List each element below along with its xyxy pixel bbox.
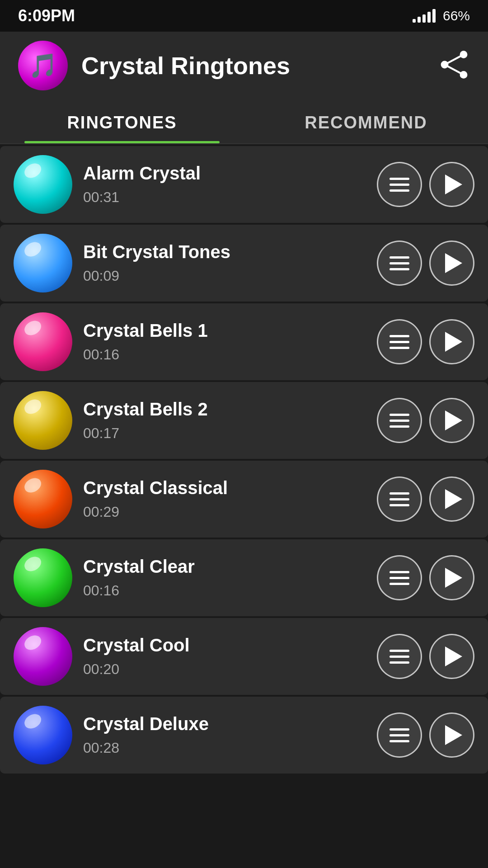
tab-recommend[interactable]: RECOMMEND: [244, 99, 488, 143]
list-item: Crystal Classical 00:29: [0, 461, 488, 538]
ringtone-actions: [377, 555, 474, 600]
ringtone-ball: [14, 706, 72, 764]
list-item: Crystal Bells 1 00:16: [0, 303, 488, 380]
ringtone-ball: [14, 391, 72, 450]
play-button[interactable]: [429, 634, 474, 679]
ringtone-ball: [14, 548, 72, 607]
list-item: Bit Crystal Tones 00:09: [0, 225, 488, 302]
menu-button[interactable]: [377, 241, 422, 286]
share-icon: [438, 49, 470, 80]
menu-button[interactable]: [377, 162, 422, 207]
list-item: Alarm Crystal 00:31: [0, 146, 488, 223]
ringtone-duration: 00:17: [83, 425, 366, 442]
signal-icon: [413, 9, 436, 23]
menu-icon: [389, 178, 409, 192]
ringtone-duration: 00:31: [83, 189, 366, 206]
menu-icon: [389, 414, 409, 428]
play-icon: [445, 175, 462, 194]
ringtone-info: Crystal Clear 00:16: [83, 557, 366, 599]
ringtone-actions: [377, 241, 474, 286]
ringtone-name: Crystal Cool: [83, 635, 366, 656]
menu-icon: [389, 492, 409, 506]
ringtone-name: Crystal Clear: [83, 557, 366, 577]
ringtone-name: Crystal Bells 1: [83, 321, 366, 341]
ringtone-info: Crystal Classical 00:29: [83, 478, 366, 520]
app-title: Crystal Ringtones: [81, 52, 290, 80]
ringtone-duration: 00:16: [83, 582, 366, 599]
ringtone-actions: [377, 162, 474, 207]
play-button[interactable]: [429, 555, 474, 600]
play-icon: [445, 725, 462, 745]
play-button[interactable]: [429, 162, 474, 207]
ringtone-duration: 00:20: [83, 661, 366, 678]
play-button[interactable]: [429, 398, 474, 443]
ringtone-duration: 00:29: [83, 504, 366, 520]
ringtone-name: Alarm Crystal: [83, 163, 366, 184]
play-icon: [445, 489, 462, 509]
app-header-left: 🎵 Crystal Ringtones: [18, 41, 290, 90]
list-item: Crystal Cool 00:20: [0, 618, 488, 695]
ringtone-ball: [14, 234, 72, 292]
menu-icon: [389, 335, 409, 349]
menu-button[interactable]: [377, 634, 422, 679]
menu-button[interactable]: [377, 476, 422, 522]
ringtone-info: Crystal Deluxe 00:28: [83, 714, 366, 756]
play-button[interactable]: [429, 712, 474, 758]
app-logo: 🎵: [18, 41, 68, 90]
ringtone-name: Bit Crystal Tones: [83, 242, 366, 262]
ringtone-duration: 00:09: [83, 268, 366, 284]
ringtone-actions: [377, 476, 474, 522]
play-button[interactable]: [429, 319, 474, 364]
app-header: 🎵 Crystal Ringtones: [0, 32, 488, 99]
play-button[interactable]: [429, 476, 474, 522]
list-item: Crystal Clear 00:16: [0, 539, 488, 616]
play-icon: [445, 646, 462, 666]
play-button[interactable]: [429, 241, 474, 286]
battery-percent: 66%: [443, 8, 470, 24]
menu-icon: [389, 728, 409, 742]
ringtone-name: Crystal Bells 2: [83, 399, 366, 420]
share-button[interactable]: [438, 49, 470, 82]
ringtone-info: Crystal Cool 00:20: [83, 635, 366, 678]
menu-button[interactable]: [377, 398, 422, 443]
svg-point-0: [460, 51, 468, 58]
ringtone-actions: [377, 634, 474, 679]
ringtone-ball: [14, 627, 72, 686]
ringtone-actions: [377, 398, 474, 443]
play-icon: [445, 410, 462, 430]
ringtone-ball: [14, 312, 72, 371]
ringtone-ball: [14, 470, 72, 528]
ringtone-info: Bit Crystal Tones 00:09: [83, 242, 366, 284]
ringtone-duration: 00:28: [83, 740, 366, 756]
ringtone-duration: 00:16: [83, 346, 366, 363]
ringtone-actions: [377, 319, 474, 364]
ringtone-actions: [377, 712, 474, 758]
tab-ringtones[interactable]: RINGTONES: [0, 99, 244, 143]
play-icon: [445, 253, 462, 273]
menu-button[interactable]: [377, 555, 422, 600]
ringtone-info: Alarm Crystal 00:31: [83, 163, 366, 206]
list-item: Crystal Bells 2 00:17: [0, 382, 488, 459]
music-note-icon: 🎵: [28, 52, 58, 80]
play-icon: [445, 332, 462, 352]
ringtone-info: Crystal Bells 1 00:16: [83, 321, 366, 363]
ringtone-info: Crystal Bells 2 00:17: [83, 399, 366, 442]
ringtone-name: Crystal Classical: [83, 478, 366, 498]
tab-bar: RINGTONES RECOMMEND: [0, 99, 488, 144]
menu-icon: [389, 650, 409, 664]
menu-button[interactable]: [377, 712, 422, 758]
status-bar: 6:09PM 66%: [0, 0, 488, 32]
ringtone-name: Crystal Deluxe: [83, 714, 366, 734]
play-icon: [445, 568, 462, 588]
ringtone-list: Alarm Crystal 00:31 Bit Crystal Tones 00…: [0, 146, 488, 774]
status-right: 66%: [413, 8, 470, 24]
menu-button[interactable]: [377, 319, 422, 364]
ringtone-ball: [14, 155, 72, 214]
svg-line-3: [445, 55, 464, 65]
svg-line-4: [445, 65, 464, 75]
menu-icon: [389, 256, 409, 270]
status-time: 6:09PM: [18, 6, 75, 25]
menu-icon: [389, 571, 409, 585]
list-item: Crystal Deluxe 00:28: [0, 697, 488, 774]
